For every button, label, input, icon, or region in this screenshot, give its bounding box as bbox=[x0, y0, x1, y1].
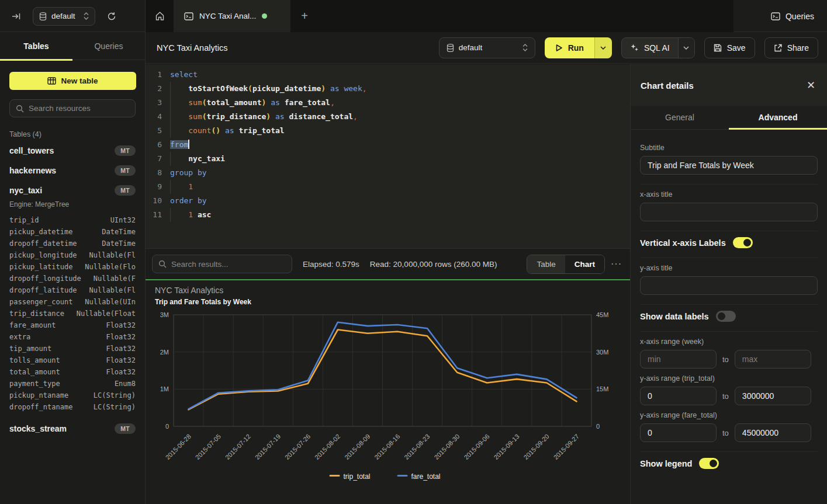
sql-editor[interactable]: 1select2toStartOfWeek(pickup_datetime) a… bbox=[146, 64, 630, 248]
sql-ai-main[interactable]: SQL AI bbox=[622, 38, 678, 58]
x-axis-label: 2015-07-26 bbox=[283, 433, 312, 461]
y-axis-title-label: y-axis title bbox=[640, 264, 818, 272]
results-search bbox=[152, 255, 292, 273]
code-line[interactable]: 91 bbox=[146, 180, 630, 194]
column-type: Float32 bbox=[106, 354, 136, 366]
y-axis-range-trip-row: to bbox=[640, 387, 818, 405]
tab-general[interactable]: General bbox=[631, 106, 729, 129]
refresh-icon[interactable] bbox=[103, 8, 120, 25]
line-chart: 3M2M1M045M30M15M02015-06-282015-07-05201… bbox=[146, 280, 630, 504]
subtitle-input[interactable] bbox=[640, 156, 818, 175]
show-legend-row: Show legend bbox=[640, 458, 818, 469]
view-toggle-chart[interactable]: Chart bbox=[565, 255, 604, 273]
sql-ai-chevron[interactable] bbox=[678, 38, 694, 58]
queries-label: Queries bbox=[786, 12, 814, 21]
column-name: pickup_ntaname bbox=[9, 390, 68, 401]
view-toggle-table[interactable]: Table bbox=[527, 255, 565, 273]
x-axis-label: 2015-09-06 bbox=[462, 433, 490, 461]
y-axis-range-fare-row: to bbox=[640, 423, 818, 442]
toolbar-actions: default Run bbox=[439, 37, 827, 58]
tab-nyc-taxi-analytics[interactable]: NYC Taxi Anal... bbox=[174, 0, 290, 32]
save-icon bbox=[714, 44, 722, 52]
share-button[interactable]: Share bbox=[764, 37, 818, 58]
x-range-min-input[interactable] bbox=[640, 350, 717, 369]
table-row-hackernews[interactable]: hackernewsMT bbox=[0, 161, 145, 180]
run-options-chevron[interactable] bbox=[594, 37, 612, 58]
sidebar-tab-tables[interactable]: Tables bbox=[0, 32, 72, 60]
table-row-nyc_taxi[interactable]: nyc_taxiMT bbox=[0, 180, 145, 200]
new-tab-plus-icon[interactable]: + bbox=[290, 0, 319, 32]
y-range-trip-max-input[interactable] bbox=[735, 387, 811, 405]
y-range-fare-max-input[interactable] bbox=[735, 423, 811, 442]
run-button-main[interactable]: Run bbox=[545, 37, 594, 58]
database-selector-value: default bbox=[51, 12, 75, 20]
terminal-icon bbox=[771, 12, 780, 20]
save-button[interactable]: Save bbox=[704, 37, 755, 58]
y-range-trip-min-input[interactable] bbox=[640, 387, 717, 405]
code-line[interactable]: 10order by bbox=[146, 194, 630, 208]
code-line[interactable]: 5count() as trip_total bbox=[146, 124, 630, 138]
columns-list: trip_idUInt32pickup_datetimeDateTimedrop… bbox=[0, 212, 145, 419]
x-axis-title-input[interactable] bbox=[640, 203, 818, 221]
database-selector[interactable]: default bbox=[33, 7, 95, 26]
column-row: tip_amountFloat32 bbox=[9, 343, 136, 354]
run-button[interactable]: Run bbox=[545, 37, 612, 58]
code-line[interactable]: 111 asc bbox=[146, 208, 630, 222]
code-text: sum(trip_distance) as distance_total, bbox=[162, 110, 358, 124]
code-line[interactable]: 3sum(total_amount) as fare_total, bbox=[146, 96, 630, 110]
x-axis-label: 2015-06-28 bbox=[164, 433, 192, 461]
code-line[interactable]: 1select bbox=[146, 68, 630, 82]
table-row-stocks_stream[interactable]: stocks_streamMT bbox=[0, 419, 145, 439]
column-row: dropoff_ntanameLC(String) bbox=[9, 401, 136, 413]
table-row-cell_towers[interactable]: cell_towersMT bbox=[0, 141, 145, 161]
code-line[interactable]: 6from bbox=[146, 138, 630, 152]
code-line[interactable]: 4sum(trip_distance) as distance_total, bbox=[146, 110, 630, 124]
search-icon bbox=[16, 105, 24, 113]
line-number: 4 bbox=[146, 110, 162, 124]
legend-item-fare_total[interactable]: fare_total bbox=[397, 472, 441, 481]
column-name: dropoff_longitude bbox=[9, 273, 81, 284]
y-range-fare-min-input[interactable] bbox=[640, 423, 717, 442]
play-icon bbox=[555, 44, 563, 52]
code-line[interactable]: 7nyc_taxi bbox=[146, 152, 630, 166]
code-line[interactable]: 8group by bbox=[146, 166, 630, 180]
column-row: trip_distanceNullable(Float bbox=[9, 308, 136, 319]
collapse-sidebar-icon[interactable] bbox=[8, 8, 25, 25]
column-type: Float32 bbox=[106, 366, 136, 378]
results-search-input[interactable] bbox=[171, 260, 286, 269]
resources-search-input[interactable] bbox=[29, 104, 132, 113]
show-data-labels-toggle[interactable] bbox=[716, 311, 736, 322]
sql-ai-button[interactable]: SQL AI bbox=[621, 37, 695, 58]
queries-button[interactable]: Queries bbox=[771, 12, 814, 21]
svg-text:0: 0 bbox=[596, 423, 600, 430]
new-table-button[interactable]: New table bbox=[9, 72, 136, 90]
code-text: sum(total_amount) as fare_total, bbox=[162, 96, 335, 110]
tab-advanced[interactable]: Advanced bbox=[729, 106, 827, 129]
home-icon[interactable] bbox=[146, 0, 174, 32]
new-table-label: New table bbox=[61, 77, 98, 85]
column-name: tip_amount bbox=[9, 343, 51, 354]
legend-item-trip_total[interactable]: trip_total bbox=[330, 472, 371, 481]
toolbar-database-selector[interactable]: default bbox=[439, 37, 535, 58]
engine-badge: MT bbox=[115, 165, 136, 176]
more-options-icon[interactable]: ··· bbox=[611, 259, 622, 269]
column-type: UInt32 bbox=[110, 214, 136, 226]
show-legend-label: Show legend bbox=[640, 459, 692, 468]
column-type: Nullable(Fl bbox=[89, 284, 136, 296]
show-legend-toggle[interactable] bbox=[699, 458, 719, 469]
chevron-updown-icon bbox=[523, 44, 528, 51]
column-name: tolls_amount bbox=[9, 354, 60, 366]
code-line[interactable]: 2toStartOfWeek(pickup_datetime) as week, bbox=[146, 82, 630, 96]
y-axis-title-input[interactable] bbox=[640, 276, 818, 295]
column-type: LC(String) bbox=[94, 401, 136, 413]
column-type: Float32 bbox=[106, 319, 136, 331]
sidebar-tab-queries[interactable]: Queries bbox=[72, 32, 145, 60]
line-number: 10 bbox=[146, 194, 162, 208]
x-range-max-input[interactable] bbox=[735, 350, 811, 369]
vertical-x-axis-labels-toggle[interactable] bbox=[733, 237, 753, 248]
share-label: Share bbox=[787, 43, 809, 53]
column-type: Nullable(Float bbox=[77, 308, 136, 319]
close-icon[interactable]: ✕ bbox=[807, 80, 815, 91]
column-row: trip_idUInt32 bbox=[9, 214, 136, 226]
x-axis-label: 2015-09-20 bbox=[523, 433, 551, 461]
